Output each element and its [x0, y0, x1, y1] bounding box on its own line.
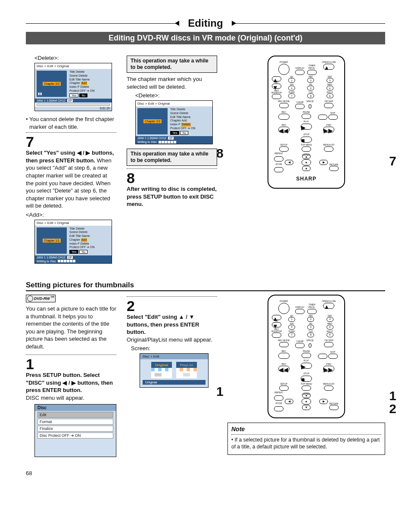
- keypad-1[interactable]: 1: [288, 78, 295, 83]
- fwd-button[interactable]: ▶▶: [323, 127, 334, 133]
- dpad: ENTER ▲ ▼ ◀ ▶: [285, 154, 328, 171]
- body-chapter-deleted: The chapter marker which you selected wi…: [127, 75, 217, 90]
- clear-button[interactable]: [295, 104, 305, 109]
- keypad-3[interactable]: 3: [327, 78, 333, 83]
- add-heading: <Add>:: [26, 212, 116, 218]
- open-close-button[interactable]: ▲: [323, 64, 334, 70]
- callout-1-right: 1: [389, 389, 396, 403]
- ch-down-button[interactable]: ▼: [272, 84, 281, 89]
- note-operation-2: This operation may take a while to be co…: [127, 149, 217, 166]
- power-button[interactable]: [278, 64, 290, 75]
- step-number-2: 2: [127, 299, 217, 313]
- pause-button[interactable]: [302, 114, 311, 119]
- skip-fwd-button[interactable]: [328, 115, 338, 120]
- page-number: 68: [26, 470, 385, 476]
- dvd-rw-vr-badge: DVD-RWVR: [26, 295, 56, 302]
- callout-7: 7: [389, 154, 396, 168]
- step1-instruction: Press SETUP button. Select "DISC" using …: [26, 371, 116, 401]
- callout-1-left: 1: [216, 384, 224, 399]
- ch-up-button[interactable]: ▲: [272, 76, 281, 81]
- step-number-7: 7: [26, 134, 116, 149]
- top-menu-button[interactable]: [302, 146, 311, 152]
- section-thumbnails-title: Setting pictures for thumbnails: [26, 281, 385, 291]
- edit-screen-screenshot: Disc > Edit Original PlayList Original: [140, 353, 209, 388]
- step-number-8: 8: [127, 171, 217, 185]
- osd-delete-1: Disc > Edit > Original Chapter 2/2 ▮▮ Ti…: [34, 63, 112, 111]
- step8-instruction: After writing to disc is completed, pres…: [127, 185, 217, 208]
- remote-control-top: POWER DISPLAY TIMER PROG. OPEN/CLOSE▲ ▲ …: [268, 56, 345, 189]
- rec-mode-button[interactable]: [279, 103, 289, 108]
- arrow-right-button[interactable]: ▶: [319, 160, 328, 165]
- remote-control-bottom: POWER DISPLAY TIMER PROG. OPEN/CLOSE▲ ▲C…: [268, 295, 345, 418]
- keypad-0[interactable]: 0: [308, 103, 312, 110]
- brand-label: SHARP: [273, 176, 340, 182]
- keypad-2[interactable]: 2: [307, 78, 314, 83]
- step7-instruction: Select "Yes" using ◀ / ▶ buttons, then p…: [26, 149, 116, 209]
- skip-back-button[interactable]: [318, 115, 327, 120]
- setup-button-2[interactable]: [279, 386, 289, 391]
- enter-button-2[interactable]: [302, 398, 311, 404]
- keypad-8[interactable]: 8: [307, 93, 314, 98]
- step2-instruction: Select "Edit" using ▲ / ▼ buttons, then …: [127, 313, 217, 343]
- power-button-2[interactable]: [278, 303, 290, 314]
- screen-label: Screen:: [131, 345, 217, 352]
- delete-heading: <Delete>:: [34, 55, 116, 61]
- page-title: Editing: [179, 17, 231, 29]
- timer-prog-button[interactable]: [307, 70, 317, 75]
- delete-heading-2: <Delete>:: [135, 92, 217, 99]
- note-box: Note • If a selected picture for a thumb…: [227, 423, 385, 455]
- zoom-button[interactable]: [274, 167, 283, 172]
- keypad-4[interactable]: 4: [288, 86, 295, 90]
- pause-icon: ▮▮: [38, 92, 42, 96]
- page-subtitle: Editing DVD-RW discs in VR mode (Origina…: [26, 32, 385, 44]
- bullet-cannot-delete: • You cannot delete the first chapter ma…: [26, 115, 116, 131]
- setup-button[interactable]: [279, 146, 289, 152]
- osd-delete-2: Disc > Edit > Original Chapter 2/2 Title…: [135, 100, 213, 144]
- keypad-9[interactable]: 9: [327, 93, 333, 98]
- disc-menu-screenshot: Disc Edit Format Finalize Disc Protect O…: [34, 404, 116, 457]
- stop-button[interactable]: ■: [301, 137, 312, 143]
- keypad-7[interactable]: 7: [288, 93, 295, 98]
- menu-list-button[interactable]: [324, 146, 333, 152]
- callout-8: 8: [216, 146, 224, 161]
- page-title-banner: Editing: [26, 17, 385, 29]
- play-button[interactable]: ▶: [301, 124, 312, 130]
- return-button[interactable]: [329, 166, 339, 171]
- repeat-button[interactable]: [274, 156, 283, 162]
- thumbnails-intro: You can set a picture to each title for …: [26, 305, 116, 350]
- rec-monitor-button[interactable]: [272, 94, 281, 99]
- arrow-down-button[interactable]: ▼: [302, 166, 311, 171]
- display-button[interactable]: [295, 70, 305, 75]
- callout-2-right: 2: [389, 401, 396, 416]
- rev-button[interactable]: ◀◀: [278, 127, 290, 133]
- keypad-5[interactable]: 5: [307, 86, 314, 90]
- rec-button[interactable]: [278, 114, 290, 120]
- osd-add: Disc > Edit > Original Chapter 1/1 Title…: [34, 220, 112, 264]
- enter-button[interactable]: [302, 159, 311, 165]
- arrow-left-button[interactable]: ◀: [285, 160, 293, 165]
- keypad-6[interactable]: 6: [327, 86, 333, 90]
- arrow-up-button[interactable]: ▲: [302, 154, 311, 159]
- note-operation-1: This operation may take a while to be co…: [127, 56, 217, 73]
- cm-skip-button[interactable]: [324, 103, 333, 108]
- step-number-1: 1: [26, 357, 116, 371]
